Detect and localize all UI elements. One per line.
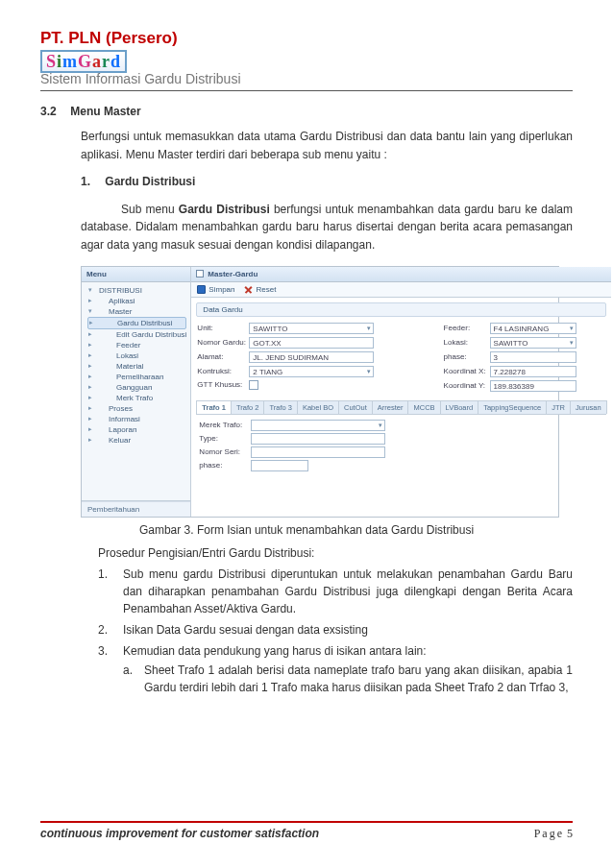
item-text: Kemudian data pendukung yang harus di is…: [123, 642, 573, 696]
gtt-label: GTT Khusus:: [197, 380, 249, 389]
tree: DISTRIBUSI Aplikasi Master Gardu Distrib…: [82, 282, 190, 500]
list-item: 1. Sub menu gardu Distribusi diperuntuka…: [98, 566, 573, 617]
phase-label: phase:: [444, 352, 490, 361]
save-button[interactable]: Simpan: [197, 285, 234, 294]
tab-cutout[interactable]: CutOut: [338, 400, 373, 414]
type-label: Type:: [199, 434, 251, 443]
tree-feeder[interactable]: Feeder: [87, 340, 186, 350]
alamat-input[interactable]: JL. JEND SUDIRMAN: [249, 351, 374, 363]
procedure-title: Prosedur Pengisian/Entri Gardu Distribus…: [98, 546, 573, 560]
item-text: Sub menu gardu Distribusi diperuntukan u…: [123, 566, 573, 617]
tree-laporan[interactable]: Laporan: [87, 424, 186, 435]
unit-label: Unit:: [197, 324, 249, 332]
tab-title: Master-Gardu: [208, 270, 257, 278]
footer: continuous improvement for customer sati…: [40, 821, 573, 841]
gtt-checkbox[interactable]: [249, 380, 258, 390]
tree-pemeliharaan[interactable]: Pemeliharaan: [87, 372, 186, 382]
tree-lokasi[interactable]: Lokasi: [87, 350, 186, 361]
reset-button[interactable]: Reset: [244, 285, 276, 294]
section-intro: Berfungsi untuk memasukkan data utama Ga…: [81, 128, 573, 163]
tree-material[interactable]: Material: [87, 361, 186, 372]
feeder-select[interactable]: F4 LASINRANG: [490, 323, 576, 334]
phase2-label: phase:: [199, 461, 251, 470]
footer-slogan: continuous improvement for customer sati…: [40, 827, 319, 840]
tab-kabelbo[interactable]: Kabel BO: [297, 400, 339, 414]
list-item: 3. Kemudian data pendukung yang harus di…: [98, 642, 573, 696]
item-title: Gardu Distribusi: [105, 175, 195, 188]
kx-label: Koordinat X:: [444, 367, 490, 375]
tree-informasi[interactable]: Informasi: [87, 414, 186, 424]
konstruksi-label: Kontruksi:: [197, 367, 249, 375]
tree-master[interactable]: Master: [87, 306, 186, 317]
item-body: Sub menu Gardu Distribusi berfungsi untu…: [81, 201, 573, 254]
kx-input[interactable]: 7.228278: [490, 366, 576, 377]
tabstrip: Trafo 1 Trafo 2 Trafo 3 Kabel BO CutOut …: [196, 400, 605, 415]
item-num: 3.: [98, 642, 123, 696]
tree-gardu[interactable]: Gardu Distribusi: [87, 317, 186, 329]
tab-trafo2[interactable]: Trafo 2: [231, 400, 264, 414]
tab-arrester[interactable]: Arrester: [372, 400, 409, 414]
company-name: PT. PLN (Persero): [40, 29, 573, 48]
tree-merk[interactable]: Merk Trafo: [87, 393, 186, 403]
konstruksi-select[interactable]: 2 TIANG: [249, 366, 374, 377]
type-input[interactable]: [251, 433, 385, 445]
save-icon: [197, 285, 206, 294]
tab-jtr[interactable]: JTR: [546, 400, 571, 414]
lokasi-label: Lokasi:: [444, 338, 490, 347]
procedure-list: 1. Sub menu gardu Distribusi diperuntuka…: [98, 566, 573, 696]
tab-trafo1[interactable]: Trafo 1: [196, 400, 232, 414]
data-gardu-form: Unit:SAWITTO Nomor Gardu:GOT.XX Alamat:J…: [191, 320, 610, 395]
item-paragraph: Sub menu Gardu Distribusi berfungsi untu…: [81, 201, 573, 254]
noseri-input[interactable]: [251, 446, 385, 458]
phase-input[interactable]: 3: [490, 351, 576, 363]
merk-select[interactable]: [251, 420, 385, 431]
merk-label: Merek Trafo:: [199, 421, 251, 429]
sidebar-pemberitahuan[interactable]: Pemberitahuan: [82, 501, 190, 517]
list-item: 2. Isikan Data Gardu sesuai dengan data …: [98, 621, 573, 639]
subitem-num: a.: [123, 662, 144, 696]
feeder-label: Feeder:: [444, 324, 490, 332]
figure-caption: Gambar 3. Form Isian untuk menambahkan d…: [40, 523, 573, 537]
subsection-row: 1. Gardu Distribusi: [81, 173, 573, 191]
trafo-form: Merek Trafo: Type: Nomor Seri: phase:: [191, 415, 610, 476]
tree-aplikasi[interactable]: Aplikasi: [87, 296, 186, 306]
tree-keluar[interactable]: Keluar: [87, 435, 186, 446]
tab-lvboard[interactable]: LVBoard: [440, 400, 479, 414]
phase2-input[interactable]: [251, 460, 308, 471]
reset-icon: [244, 285, 253, 294]
nomor-input[interactable]: GOT.XX: [249, 337, 374, 349]
tree-gangguan[interactable]: Gangguan: [87, 382, 186, 393]
item-text: Isikan Data Gardu sesuai dengan data exs…: [123, 621, 573, 639]
tab-header: Master-Gardu: [191, 267, 610, 282]
main-panel: Master-Gardu Simpan Reset Data Gardu Uni…: [191, 267, 610, 517]
ky-label: Koordinat Y:: [444, 381, 490, 390]
page-number: Page 5: [534, 827, 573, 841]
subtitle: Sistem Informasi Gardu Distribusi: [40, 71, 573, 86]
item-number: 1.: [81, 173, 102, 191]
logo: SimGard: [40, 50, 127, 73]
nomor-label: Nomor Gardu:: [197, 338, 249, 347]
unit-select[interactable]: SAWITTO: [249, 323, 374, 334]
noseri-label: Nomor Seri:: [199, 447, 251, 456]
page-icon: [196, 270, 204, 277]
ky-input[interactable]: 189.836389: [490, 380, 576, 392]
subitem-text: Sheet Trafo 1 adalah berisi data namepla…: [144, 662, 573, 696]
section-number: 3.2: [40, 105, 67, 118]
tree-proses[interactable]: Proses: [87, 403, 186, 414]
divider: [40, 90, 573, 91]
tab-trafo3[interactable]: Trafo 3: [263, 400, 297, 414]
lokasi-select[interactable]: SAWITTO: [490, 337, 576, 349]
item-num: 2.: [98, 621, 123, 639]
sublist: a. Sheet Trafo 1 adalah berisi data name…: [123, 662, 573, 696]
screenshot-figure: Menu DISTRIBUSI Aplikasi Master Gardu Di…: [81, 266, 559, 518]
item-num: 1.: [98, 566, 123, 617]
tab-tapping[interactable]: TappingSequence: [478, 400, 547, 414]
tree-distribusi[interactable]: DISTRIBUSI: [87, 285, 186, 296]
form-section-header: Data Gardu: [196, 302, 605, 317]
sidebar-header: Menu: [82, 267, 190, 282]
section-title: Menu Master: [70, 105, 140, 118]
tab-mccb[interactable]: MCCB: [407, 400, 440, 414]
tab-jurusan[interactable]: Jurusan: [570, 400, 607, 414]
alamat-label: Alamat:: [197, 352, 249, 361]
tree-edit-gardu[interactable]: Edit Gardu Distribusi: [87, 329, 186, 340]
